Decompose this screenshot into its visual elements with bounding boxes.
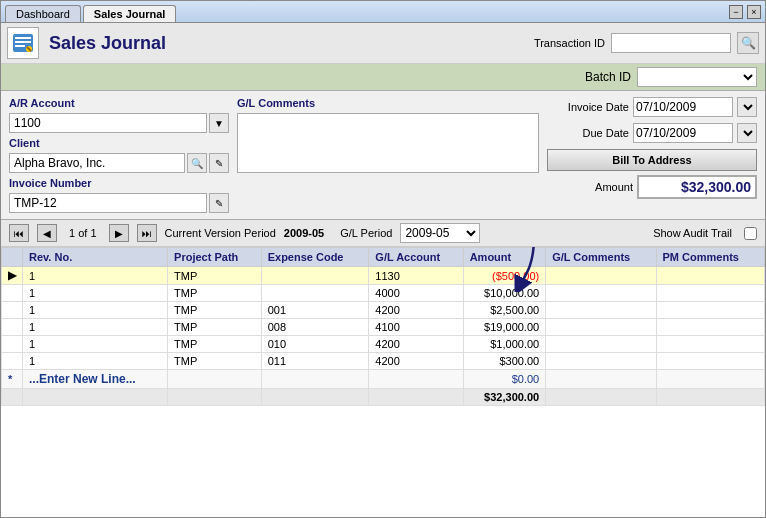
pin-button[interactable]: −: [729, 5, 743, 19]
form-area: A/R Account ▼ Client 🔍 ✎ Invoice Number …: [1, 91, 765, 220]
batch-id-label: Batch ID: [585, 70, 631, 84]
svg-rect-1: [15, 37, 31, 39]
client-label: Client: [9, 137, 229, 149]
due-date-dropdown[interactable]: [737, 123, 757, 143]
invoice-number-input[interactable]: [9, 193, 207, 213]
svg-rect-2: [15, 41, 31, 43]
amount-label: Amount: [573, 181, 633, 193]
amount-row: Amount $32,300.00: [547, 175, 757, 199]
col-expense-code: Expense Code: [261, 248, 369, 267]
col-gl-account: G/L Account: [369, 248, 463, 267]
first-page-button[interactable]: ⏮: [9, 224, 29, 242]
show-audit-label: Show Audit Trail: [653, 227, 732, 239]
due-date-input[interactable]: [633, 123, 733, 143]
table-row[interactable]: 1TMP0084100$19,000.00: [2, 319, 765, 336]
ar-account-dropdown[interactable]: ▼: [209, 113, 229, 133]
col-amount: Amount: [463, 248, 546, 267]
table-row[interactable]: 1TMP0104200$1,000.00: [2, 336, 765, 353]
invoice-date-input[interactable]: [633, 97, 733, 117]
total-row: $32,300.00: [2, 389, 765, 406]
toolbar-icon: [7, 27, 39, 59]
form-left: A/R Account ▼ Client 🔍 ✎ Invoice Number …: [9, 97, 229, 213]
transaction-id-label: Transaction ID: [534, 37, 605, 49]
transaction-id-input[interactable]: [611, 33, 731, 53]
table-container: Rev. No. Project Path Expense Code G/L A…: [1, 247, 765, 517]
client-input[interactable]: [9, 153, 185, 173]
bill-to-address-button[interactable]: Bill To Address: [547, 149, 757, 171]
col-arrow: [2, 248, 23, 267]
batch-id-select[interactable]: [637, 67, 757, 87]
show-audit-checkbox[interactable]: [744, 227, 757, 240]
tab-dashboard[interactable]: Dashboard: [5, 5, 81, 22]
page-title: Sales Journal: [49, 33, 166, 54]
journal-table: Rev. No. Project Path Expense Code G/L A…: [1, 247, 765, 406]
transaction-search-button[interactable]: 🔍: [737, 32, 759, 54]
gl-period-select[interactable]: 2009-05: [400, 223, 480, 243]
ar-account-label: A/R Account: [9, 97, 229, 109]
table-row[interactable]: ▶1TMP1130($500.00)Retainage: [2, 267, 765, 285]
due-date-row: Due Date: [547, 123, 757, 143]
form-center: G/L Comments: [237, 97, 539, 213]
current-version-label: Current Version Period: [165, 227, 276, 239]
client-edit-button[interactable]: ✎: [209, 153, 229, 173]
col-rev-no: Rev. No.: [23, 248, 168, 267]
ar-account-input[interactable]: [9, 113, 207, 133]
client-search-button[interactable]: 🔍: [187, 153, 207, 173]
prev-page-button[interactable]: ◀: [37, 224, 57, 242]
table-row[interactable]: 1TMP4000$10,000.00: [2, 285, 765, 302]
current-version-value: 2009-05: [284, 227, 324, 239]
invoice-edit-button[interactable]: ✎: [209, 193, 229, 213]
toolbar: Sales Journal Transaction ID 🔍: [1, 23, 765, 64]
close-button[interactable]: ×: [747, 5, 761, 19]
title-bar: Dashboard Sales Journal − ×: [1, 1, 765, 23]
navigation-row: ⏮ ◀ 1 of 1 ▶ ⏭ Current Version Period 20…: [1, 220, 765, 247]
amount-value: $32,300.00: [637, 175, 757, 199]
invoice-number-label: Invoice Number: [9, 177, 229, 189]
col-pm-comments: PM Comments: [656, 248, 764, 267]
form-right: Invoice Date Due Date Bill To Address Am…: [547, 97, 757, 213]
gl-comments-textarea[interactable]: [237, 113, 539, 173]
gl-comments-label: G/L Comments: [237, 97, 539, 109]
next-page-button[interactable]: ▶: [109, 224, 129, 242]
page-indicator: 1 of 1: [65, 227, 101, 239]
col-gl-comments: G/L Comments: [546, 248, 656, 267]
gl-period-label: G/L Period: [340, 227, 392, 239]
invoice-date-row: Invoice Date: [547, 97, 757, 117]
batch-row: Batch ID: [1, 64, 765, 91]
toolbar-right: Transaction ID 🔍: [534, 32, 759, 54]
invoice-date-dropdown[interactable]: [737, 97, 757, 117]
table-row[interactable]: 1TMP0014200$2,500.00: [2, 302, 765, 319]
table-row[interactable]: 1TMP0114200$300.00: [2, 353, 765, 370]
tab-bar: Dashboard Sales Journal: [5, 1, 178, 22]
tab-sales-journal[interactable]: Sales Journal: [83, 5, 177, 22]
due-date-label: Due Date: [549, 127, 629, 139]
last-page-button[interactable]: ⏭: [137, 224, 157, 242]
window-controls: − ×: [729, 5, 761, 19]
main-window: Dashboard Sales Journal − × Sales Journa…: [0, 0, 766, 518]
svg-rect-3: [15, 45, 25, 47]
col-project-path: Project Path: [168, 248, 262, 267]
new-line-row[interactable]: *...Enter New Line...$0.00: [2, 370, 765, 389]
invoice-date-label: Invoice Date: [549, 101, 629, 113]
